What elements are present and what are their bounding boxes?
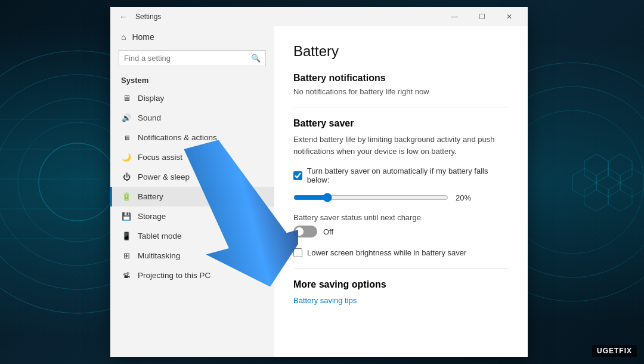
home-icon: ⌂ bbox=[121, 32, 126, 42]
brightness-checkbox[interactable] bbox=[293, 248, 302, 257]
sidebar-item-display[interactable]: 🖥 Display bbox=[110, 88, 274, 108]
sound-icon: 🔊 bbox=[121, 113, 132, 122]
battery-saver-desc: Extend battery life by limiting backgrou… bbox=[293, 134, 508, 157]
home-label: Home bbox=[132, 32, 154, 42]
toggle-thumb bbox=[295, 227, 304, 236]
sidebar-item-focus[interactable]: 🌙 Focus assist bbox=[110, 147, 274, 167]
battery-saver-title: Battery saver bbox=[293, 118, 509, 129]
settings-window: ← Settings — ☐ ✕ ⌂ Home 🔍 System 🖥 Displ… bbox=[110, 7, 528, 357]
storage-icon: 💾 bbox=[121, 212, 132, 221]
sidebar-item-projecting-label: Projecting to this PC bbox=[138, 271, 210, 280]
close-button[interactable]: ✕ bbox=[496, 7, 523, 26]
sidebar-item-battery-label: Battery bbox=[138, 192, 163, 201]
sidebar-item-tablet[interactable]: 📱 Tablet mode bbox=[110, 226, 274, 246]
auto-checkbox-row: Turn battery saver on automatically if m… bbox=[293, 166, 509, 184]
sidebar-item-tablet-label: Tablet mode bbox=[138, 232, 182, 240]
sidebar-item-multitasking[interactable]: ⊞ Multitasking bbox=[110, 246, 274, 266]
page-title: Battery bbox=[293, 43, 509, 60]
status-label: Battery saver status until next charge bbox=[293, 213, 509, 222]
title-bar: ← Settings — ☐ ✕ bbox=[110, 7, 528, 26]
toggle-track bbox=[293, 226, 317, 237]
toggle-label: Off bbox=[323, 227, 333, 236]
search-icon: 🔍 bbox=[251, 54, 261, 63]
search-input[interactable] bbox=[124, 54, 247, 63]
divider-2 bbox=[293, 268, 509, 269]
sidebar-item-projecting[interactable]: 📽 Projecting to this PC bbox=[110, 266, 274, 285]
content-pane: Battery Battery notifications No notific… bbox=[274, 26, 528, 357]
sidebar: ⌂ Home 🔍 System 🖥 Display 🔊 Sound 🖥 Noti… bbox=[110, 26, 274, 357]
brightness-checkbox-label: Lower screen brightness while in battery… bbox=[307, 248, 466, 257]
watermark: UGETFIX bbox=[592, 345, 637, 357]
back-button[interactable]: ← bbox=[115, 8, 132, 25]
projecting-icon: 📽 bbox=[121, 272, 132, 280]
search-box[interactable]: 🔍 bbox=[119, 50, 266, 66]
battery-saving-tips-link[interactable]: Battery saving tips bbox=[293, 296, 357, 305]
sidebar-item-multitasking-label: Multitasking bbox=[138, 251, 180, 260]
sidebar-item-notifications[interactable]: 🖥 Notifications & actions bbox=[110, 128, 274, 147]
sidebar-item-focus-label: Focus assist bbox=[138, 153, 182, 162]
sidebar-item-notifications-label: Notifications & actions bbox=[138, 133, 217, 142]
sidebar-item-storage-label: Storage bbox=[138, 212, 166, 221]
battery-saver-toggle[interactable] bbox=[293, 226, 317, 237]
tablet-icon: 📱 bbox=[121, 232, 132, 240]
auto-checkbox[interactable] bbox=[293, 171, 302, 180]
display-icon: 🖥 bbox=[121, 94, 132, 103]
auto-checkbox-label: Turn battery saver on automatically if m… bbox=[307, 166, 509, 184]
toggle-row: Off bbox=[293, 226, 509, 237]
multitasking-icon: ⊞ bbox=[121, 251, 132, 260]
sidebar-item-storage[interactable]: 💾 Storage bbox=[110, 206, 274, 226]
divider-1 bbox=[293, 107, 509, 107]
sidebar-item-battery[interactable]: 🔋 Battery bbox=[110, 187, 274, 206]
battery-icon: 🔋 bbox=[121, 192, 132, 201]
brightness-checkbox-row: Lower screen brightness while in battery… bbox=[293, 248, 509, 257]
focus-icon: 🌙 bbox=[121, 153, 132, 162]
maximize-button[interactable]: ☐ bbox=[468, 7, 496, 26]
notifications-section-title: Battery notifications bbox=[293, 73, 509, 84]
sidebar-item-display-label: Display bbox=[138, 94, 164, 103]
slider-row: 20% bbox=[293, 193, 509, 202]
section-label: System bbox=[110, 72, 274, 88]
notifications-section-subtitle: No notifications for battery life right … bbox=[293, 87, 509, 96]
battery-slider[interactable] bbox=[293, 193, 448, 202]
window-controls: — ☐ ✕ bbox=[441, 7, 523, 26]
sidebar-item-sound-label: Sound bbox=[138, 113, 161, 122]
sidebar-item-power[interactable]: ⏻ Power & sleep bbox=[110, 167, 274, 187]
minimize-button[interactable]: — bbox=[441, 7, 468, 26]
sidebar-item-power-label: Power & sleep bbox=[138, 172, 190, 181]
sidebar-item-sound[interactable]: 🔊 Sound bbox=[110, 108, 274, 128]
main-area: ⌂ Home 🔍 System 🖥 Display 🔊 Sound 🖥 Noti… bbox=[110, 26, 528, 357]
sidebar-home[interactable]: ⌂ Home bbox=[110, 26, 274, 48]
power-icon: ⏻ bbox=[121, 172, 132, 181]
notifications-icon: 🖥 bbox=[121, 134, 132, 141]
slider-value: 20% bbox=[456, 193, 471, 202]
more-saving-title: More saving options bbox=[293, 279, 509, 290]
window-title: Settings bbox=[132, 13, 441, 21]
